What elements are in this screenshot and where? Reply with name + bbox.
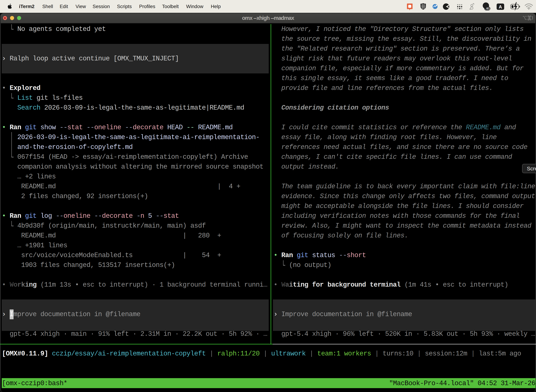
- svg-text:..61: ..61: [485, 7, 490, 10]
- svg-text:A: A: [499, 4, 502, 9]
